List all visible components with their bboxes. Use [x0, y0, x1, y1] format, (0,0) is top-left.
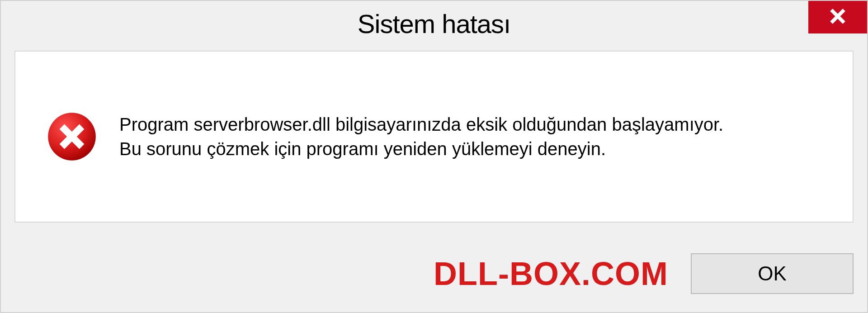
message-block: Program serverbrowser.dll bilgisayarınız…	[119, 112, 821, 161]
close-button[interactable]	[808, 1, 867, 33]
error-icon	[47, 112, 97, 161]
dialog-title: Sistem hatası	[358, 9, 510, 39]
ok-button[interactable]: OK	[691, 253, 854, 294]
watermark-text: DLL-BOX.COM	[434, 255, 668, 292]
error-dialog: Sistem hatası	[0, 0, 868, 313]
footer: DLL-BOX.COM OK	[1, 249, 854, 299]
titlebar: Sistem hatası	[1, 1, 867, 46]
message-line-1: Program serverbrowser.dll bilgisayarınız…	[119, 112, 821, 137]
close-icon	[828, 7, 847, 28]
content-panel: Program serverbrowser.dll bilgisayarınız…	[14, 51, 854, 223]
message-line-2: Bu sorunu çözmek için programı yeniden y…	[119, 137, 821, 161]
ok-button-label: OK	[758, 262, 787, 285]
